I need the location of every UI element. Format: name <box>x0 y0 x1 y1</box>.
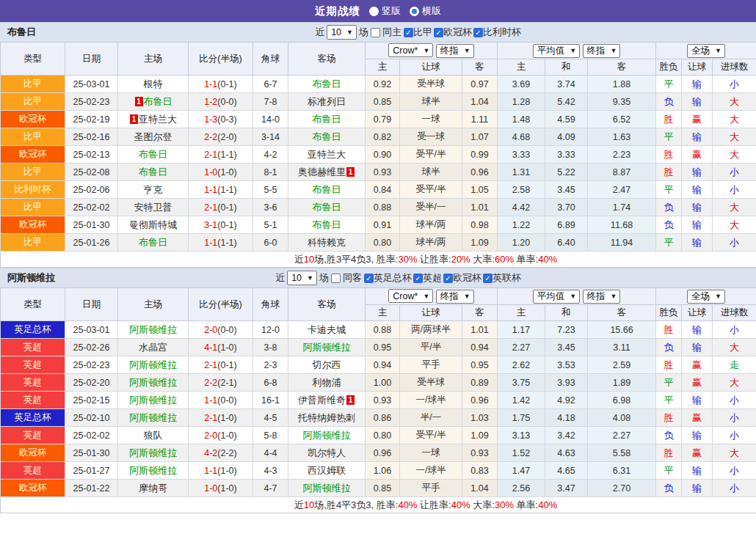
result-wdl: 负 <box>656 339 682 356</box>
league-checkbox[interactable]: ✓ <box>483 274 493 283</box>
home-team-name[interactable]: 亨克 <box>144 184 163 195</box>
horizontal-layout-radio[interactable]: 横版 <box>410 4 441 18</box>
result-wdl: 负 <box>656 199 682 216</box>
result-wdl: 负 <box>656 216 682 234</box>
home-team-name[interactable]: 阿斯顿维拉 <box>129 377 177 388</box>
away-team-name[interactable]: 切尔西 <box>313 359 341 370</box>
handicap-line: 平/半 <box>400 339 462 356</box>
home-team-name[interactable]: 狼队 <box>144 430 163 441</box>
fulltime-score: 1-1 <box>204 185 217 195</box>
match-date: 25-02-20 <box>65 374 118 392</box>
avg-odds-select[interactable]: 平均值▼ <box>533 290 580 304</box>
match-row: 欧冠杯25-01-30阿斯顿维拉4-2(2-2)4-4凯尔特人0.96一球0.9… <box>1 444 756 462</box>
result-wdl: 胜 <box>656 321 682 339</box>
away-team-name[interactable]: 利物浦 <box>313 377 341 388</box>
away-team-name[interactable]: 卡迪夫城 <box>308 324 346 335</box>
league-type-badge: 英足总杯 <box>1 409 65 427</box>
avg-draw-odds: 3.74 <box>545 76 588 93</box>
league-checkbox[interactable]: ✓ <box>434 28 443 37</box>
summary-segment: 40% <box>538 499 557 510</box>
result-handicap: 输 <box>682 76 713 93</box>
avg-home-odds: 1.42 <box>498 392 545 409</box>
home-team-name[interactable]: 布鲁日 <box>144 96 172 107</box>
corner-count: 8-1 <box>253 164 288 181</box>
score-cell: 1-1(1-1) <box>189 234 253 252</box>
avg-odds-time-select[interactable]: 终指▼ <box>583 290 621 304</box>
matches-count-select[interactable]: 10▼ <box>287 271 317 285</box>
home-team-name[interactable]: 阿斯顿维拉 <box>129 324 177 335</box>
home-team-name[interactable]: 阿斯顿维拉 <box>129 447 177 458</box>
home-team-name[interactable]: 亚特兰大 <box>139 114 177 125</box>
away-team-name[interactable]: 伊普斯维奇 <box>298 395 346 406</box>
home-team-name[interactable]: 布鲁日 <box>139 149 167 160</box>
col-header-odds-away: 客 <box>462 305 498 321</box>
result-wdl: 负 <box>656 93 682 111</box>
avg-draw-odds: 3.47 <box>545 480 588 497</box>
home-team-cell: 根特 <box>118 76 189 93</box>
home-team-name[interactable]: 阿斯顿维拉 <box>129 359 177 370</box>
away-team-name[interactable]: 阿斯顿维拉 <box>303 430 351 441</box>
matches-table-team2: 类型 日期 主场 比分(半场) 角球 客场 Crow*▼ 终指▼ 平均值▼ 终指… <box>0 287 756 513</box>
away-team-cell: 阿斯顿维拉 <box>288 427 366 444</box>
halftime-score: (1-0) <box>217 167 236 177</box>
away-team-name[interactable]: 布鲁日 <box>313 219 341 230</box>
same-side-checkbox[interactable] <box>331 274 341 283</box>
away-team-name[interactable]: 标准列日 <box>308 96 346 107</box>
away-team-name[interactable]: 阿斯顿维拉 <box>303 483 351 494</box>
league-checkbox[interactable]: ✓ <box>404 28 413 37</box>
away-team-name[interactable]: 亚特兰大 <box>308 149 346 160</box>
home-team-name[interactable]: 曼彻斯特城 <box>129 219 177 230</box>
home-team-name[interactable]: 根特 <box>144 78 163 89</box>
home-team-name[interactable]: 阿斯顿维拉 <box>129 412 177 423</box>
same-side-checkbox[interactable] <box>371 28 380 37</box>
league-checkbox[interactable]: ✓ <box>413 274 423 283</box>
league-checkbox[interactable]: ✓ <box>364 274 374 283</box>
odds-time-select[interactable]: 终指▼ <box>436 44 474 58</box>
home-team-name[interactable]: 水晶宫 <box>139 342 167 353</box>
matches-count-select[interactable]: 10▼ <box>327 25 357 40</box>
radio-icon[interactable] <box>369 7 379 16</box>
vertical-layout-radio[interactable]: 竖版 <box>369 4 401 18</box>
home-team-cell: 曼彻斯特城 <box>118 216 189 234</box>
matches-unit-label: 场 <box>319 271 329 285</box>
home-team-name[interactable]: 安特卫普 <box>134 202 172 213</box>
away-team-name[interactable]: 布鲁日 <box>313 184 341 195</box>
odds-time-select[interactable]: 终指▼ <box>436 290 474 304</box>
home-team-name[interactable]: 布鲁日 <box>139 237 167 248</box>
col-header-avg-away: 客 <box>588 59 656 76</box>
home-team-name[interactable]: 圣图尔登 <box>134 131 172 142</box>
away-team-name[interactable]: 布鲁日 <box>313 131 341 142</box>
away-team-name[interactable]: 阿斯顿维拉 <box>303 342 351 353</box>
away-team-cell: 布鲁日 <box>288 181 366 199</box>
home-team-name[interactable]: 摩纳哥 <box>139 483 167 494</box>
home-team-name[interactable]: 布鲁日 <box>139 166 167 177</box>
league-checkbox[interactable]: ✓ <box>473 28 483 37</box>
fullmatch-select[interactable]: 全场▼ <box>687 290 725 304</box>
home-team-name[interactable]: 阿斯顿维拉 <box>129 465 177 476</box>
away-team-name[interactable]: 凯尔特人 <box>308 447 346 458</box>
radio-selected-icon[interactable] <box>410 7 419 16</box>
avg-odds-time-select[interactable]: 终指▼ <box>583 44 621 58</box>
avg-away-odds: 6.98 <box>588 392 656 409</box>
league-checkbox[interactable]: ✓ <box>443 274 453 283</box>
away-team-name[interactable]: 托特纳姆热刺 <box>298 412 355 423</box>
bookmaker-select[interactable]: Crow*▼ <box>388 43 433 57</box>
fullmatch-select[interactable]: 全场▼ <box>687 44 725 58</box>
home-team-name[interactable]: 阿斯顿维拉 <box>129 395 177 406</box>
chevron-down-icon: ▼ <box>570 47 576 54</box>
away-team-name[interactable]: 科特赖克 <box>308 237 346 248</box>
away-team-name[interactable]: 布鲁日 <box>313 202 341 213</box>
avg-odds-select[interactable]: 平均值▼ <box>533 44 580 58</box>
bookmaker-select[interactable]: Crow*▼ <box>388 289 433 303</box>
chevron-down-icon: ▼ <box>423 47 429 54</box>
result-goals: 小 <box>713 427 756 444</box>
away-odds: 1.03 <box>462 409 498 427</box>
away-team-name[interactable]: 西汉姆联 <box>308 465 346 476</box>
avg-away-odds: 1.74 <box>588 199 656 216</box>
away-team-name[interactable]: 布鲁日 <box>313 78 341 89</box>
result-handicap: 赢 <box>682 146 713 164</box>
avg-home-odds: 1.28 <box>498 93 545 111</box>
away-team-name[interactable]: 奥德赫维里 <box>298 166 346 177</box>
away-team-name[interactable]: 布鲁日 <box>313 114 341 125</box>
result-handicap: 赢 <box>682 409 713 427</box>
